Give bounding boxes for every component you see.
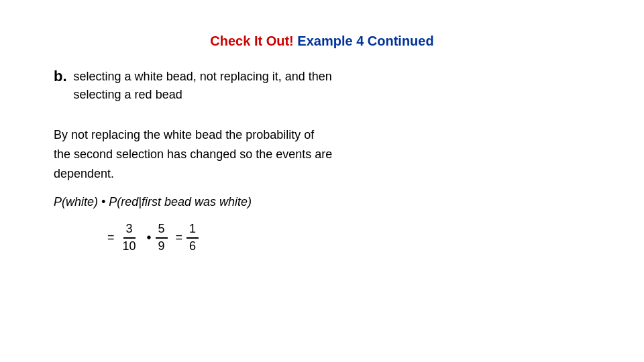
frac1-num: 3 [123, 221, 136, 238]
explanation-text: By not replacing the white bead the prob… [54, 125, 590, 183]
frac2-den: 9 [156, 239, 168, 254]
b-line1: selecting a white bead, not replacing it… [74, 68, 332, 86]
frac2-num: 5 [156, 221, 168, 238]
b-label: b. [54, 68, 67, 85]
equals-sign: = [107, 231, 115, 245]
fraction-3: 1 6 [186, 221, 199, 254]
b-line2: selecting a red bead [74, 86, 332, 104]
eq-sign: = [176, 231, 183, 245]
probability-statement: P(white) • P(red|first bead was white) [54, 195, 590, 209]
frac3-den: 6 [186, 239, 199, 254]
frac3-num: 1 [186, 221, 199, 238]
multiply-bullet: • [147, 230, 152, 245]
frac1-den: 10 [120, 239, 139, 254]
fraction-2: 5 9 [156, 221, 168, 254]
section-b: b. selecting a white bead, not replacing… [54, 68, 590, 104]
fraction-1: 3 10 [120, 221, 139, 254]
page-title: Check It Out! Example 4 Continued [54, 34, 590, 49]
b-content: selecting a white bead, not replacing it… [74, 68, 332, 104]
p-white: P(white) • P(red|first bead was white) [54, 195, 252, 208]
title-example: Example 4 Continued [294, 34, 434, 48]
fraction-result: = 3 10 • 5 9 = 1 6 [107, 221, 590, 254]
page: Check It Out! Example 4 Continued b. sel… [0, 0, 644, 362]
title-check-it-out: Check It Out! [210, 34, 293, 48]
